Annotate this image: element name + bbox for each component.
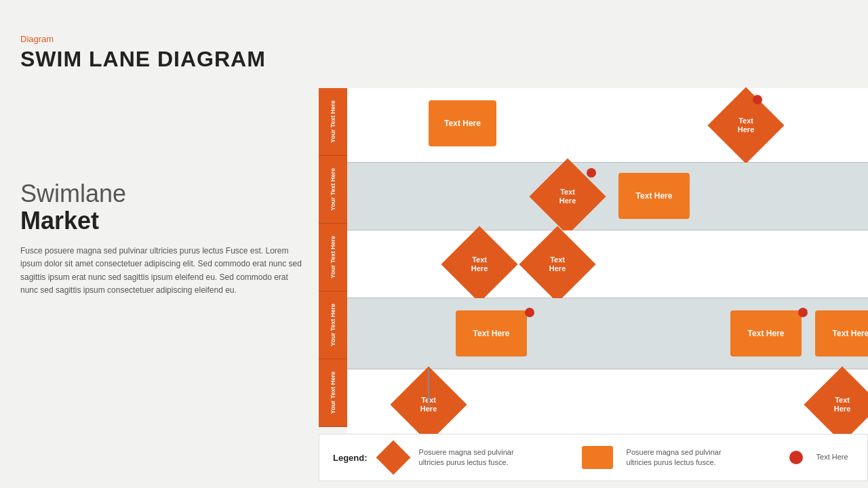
lane-label-3: Your Text Here [319, 224, 347, 291]
lane-5: Text Here Text Here [347, 369, 868, 441]
subtitle-bold: Market [20, 207, 305, 235]
lane-1: Text Here Text Here [347, 88, 868, 163]
legend-label: Legend: [333, 453, 368, 463]
lane4-rect3: Text Here [815, 310, 868, 357]
legend-rect-text: Posuere magna sed pulvinar ultricies pur… [627, 447, 742, 468]
lane5-vertical-line [428, 369, 429, 407]
lane5-diamond2: Text Here [804, 366, 868, 443]
lane-label-2: Your Text Here [319, 156, 347, 224]
subtitle-light: Swimlane [20, 180, 305, 207]
legend-circle-icon [789, 451, 803, 464]
page-title: SWIM LANE DIAGRAM [20, 47, 305, 72]
body-text: Fusce posuere magna sed pulvinar ultrici… [20, 245, 305, 297]
lane3-diamond1: Text Here [441, 226, 517, 302]
lane-3: Text Here Text Here [347, 230, 868, 298]
lane-label-1: Your Text Here [319, 88, 347, 156]
legend-circle-text: Text Here [816, 452, 848, 462]
lane4-rect1: Text Here [456, 310, 527, 357]
lane1-diamond: Text Here [707, 87, 784, 163]
legend-diamond-icon [376, 441, 410, 475]
red-dot-lane1 [753, 95, 762, 104]
lane3-diamond2: Text Here [519, 226, 595, 302]
lane-label-5: Your Text Here [319, 359, 347, 427]
category-label: Diagram [20, 34, 305, 44]
lane-labels-strip: Your Text Here Your Text Here Your Text … [319, 88, 347, 427]
lane4-rect2: Text Here [730, 310, 802, 357]
lane-4: Text Here Text Here Text Here [347, 298, 868, 369]
legend-rect-icon [582, 446, 613, 469]
left-panel: Diagram SWIM LANE DIAGRAM Swimlane Marke… [20, 34, 305, 297]
lane2-rect: Text Here [618, 173, 690, 219]
lane1-rect: Text Here [429, 100, 496, 146]
legend-diamond-text: Posuere magna sed pulvinar ultricies pur… [419, 447, 534, 468]
red-dot-lane4-2 [798, 308, 808, 317]
lane-label-4: Your Text Here [319, 291, 347, 359]
red-dot-lane4 [525, 308, 534, 317]
lane-2: Text Here Text Here [347, 163, 868, 230]
legend-bar: Legend: Posuere magna sed pulvinar ultri… [319, 434, 868, 481]
red-dot-lane2 [587, 168, 596, 178]
swimlane-diagram: Text Here Text Here Text Here Text Here … [347, 88, 868, 427]
